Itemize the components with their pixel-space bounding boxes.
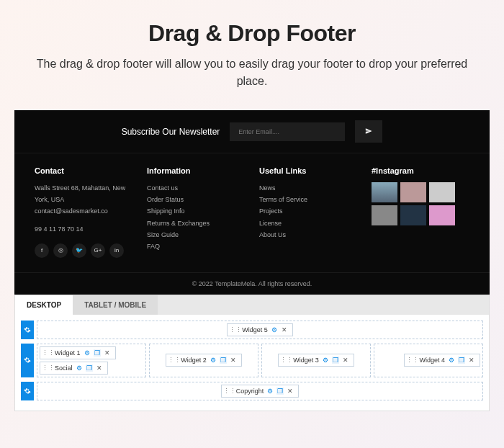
newsletter-bar: Subscribe Our Newsletter xyxy=(14,110,490,153)
widget-label: Copyright xyxy=(236,387,264,395)
row-settings-button[interactable] xyxy=(21,344,34,377)
instagram-thumb[interactable] xyxy=(429,182,455,202)
info-link[interactable]: FAQ xyxy=(147,241,245,252)
linkedin-icon[interactable]: in xyxy=(109,243,124,258)
widget-block[interactable]: ⋮⋮Widget 4⚙❐✕ xyxy=(404,354,480,367)
info-link[interactable]: Shipping Info xyxy=(147,205,245,217)
newsletter-label: Subscribe Our Newsletter xyxy=(122,127,220,137)
widget-label: Social xyxy=(55,364,73,372)
gear-icon[interactable]: ⚙ xyxy=(322,357,329,364)
widget-label: Widget 2 xyxy=(181,357,207,364)
drag-icon: ⋮⋮ xyxy=(283,357,290,364)
useful-link[interactable]: News xyxy=(259,182,357,194)
footer-builder: DESKTOP TABLET / MOBILE ⋮⋮Widget 5⚙✕ ⋮⋮W… xyxy=(14,295,490,411)
useful-link[interactable]: Projects xyxy=(259,205,357,217)
close-icon[interactable]: ✕ xyxy=(342,357,349,364)
page-subtitle: The drag & drop footer will allow you to… xyxy=(36,55,468,90)
twitter-icon[interactable]: 🐦 xyxy=(72,243,86,258)
newsletter-submit-button[interactable] xyxy=(355,120,382,143)
send-icon xyxy=(365,127,372,135)
googleplus-icon[interactable]: G+ xyxy=(91,243,105,258)
close-icon[interactable]: ✕ xyxy=(287,387,294,395)
duplicate-icon[interactable]: ❐ xyxy=(220,357,227,364)
information-heading: Information xyxy=(147,166,245,175)
drag-icon: ⋮⋮ xyxy=(226,387,233,395)
duplicate-icon[interactable]: ❐ xyxy=(276,387,284,395)
builder-row: ⋮⋮Widget 5⚙✕ xyxy=(21,321,483,339)
instagram-icon[interactable]: ◎ xyxy=(53,243,68,258)
gear-icon[interactable]: ⚙ xyxy=(266,387,274,395)
duplicate-icon[interactable]: ❐ xyxy=(458,357,465,364)
useful-heading: Useful Links xyxy=(259,166,357,175)
footer-col-useful: Useful Links News Terms of Service Proje… xyxy=(259,166,357,258)
contact-address: Walls Street 68, Mahattan, New York, USA xyxy=(35,182,132,205)
builder-cell[interactable]: ⋮⋮Widget 5⚙✕ xyxy=(37,321,483,339)
builder-cell[interactable]: ⋮⋮Copyright⚙❐✕ xyxy=(37,382,483,400)
info-link[interactable]: Order Status xyxy=(147,194,245,205)
drag-icon: ⋮⋮ xyxy=(171,357,178,364)
useful-link[interactable]: About Us xyxy=(259,229,357,241)
instagram-thumb[interactable] xyxy=(400,205,426,225)
info-link[interactable]: Contact us xyxy=(147,182,245,194)
footer-preview: Subscribe Our Newsletter Contact Walls S… xyxy=(14,110,490,295)
gear-icon[interactable]: ⚙ xyxy=(271,326,278,333)
close-icon[interactable]: ✕ xyxy=(96,364,103,372)
instagram-thumb[interactable] xyxy=(429,205,455,225)
instagram-thumb[interactable] xyxy=(400,182,426,202)
footer-col-instagram: #Instagram xyxy=(372,166,469,258)
contact-email: contact@sadesmarket.co xyxy=(35,205,132,217)
instagram-thumb[interactable] xyxy=(372,182,397,202)
useful-link[interactable]: Terms of Service xyxy=(259,194,357,205)
instagram-grid xyxy=(372,182,469,225)
widget-block[interactable]: ⋮⋮Social⚙❐✕ xyxy=(40,362,108,375)
copyright-text: © 2022 TemplateMela. All rights reserved… xyxy=(14,272,490,295)
builder-cell[interactable]: ⋮⋮Widget 2⚙❐✕ xyxy=(149,344,258,377)
page-title: Drag & Drop Footer xyxy=(36,20,468,47)
tab-mobile[interactable]: TABLET / MOBILE xyxy=(73,295,158,315)
builder-row: ⋮⋮Copyright⚙❐✕ xyxy=(21,382,483,400)
footer-col-information: Information Contact us Order Status Ship… xyxy=(147,166,245,258)
drag-icon: ⋮⋮ xyxy=(409,357,416,364)
close-icon[interactable]: ✕ xyxy=(281,326,288,333)
builder-row: ⋮⋮Widget 1⚙❐✕ ⋮⋮Social⚙❐✕ ⋮⋮Widget 2⚙❐✕ … xyxy=(21,344,483,377)
widget-block[interactable]: ⋮⋮Widget 5⚙✕ xyxy=(227,323,293,336)
builder-cell[interactable]: ⋮⋮Widget 4⚙❐✕ xyxy=(374,344,483,377)
instagram-heading: #Instagram xyxy=(372,166,469,175)
footer-col-contact: Contact Walls Street 68, Mahattan, New Y… xyxy=(35,166,132,258)
newsletter-email-input[interactable] xyxy=(230,122,345,141)
builder-cell[interactable]: ⋮⋮Widget 3⚙❐✕ xyxy=(261,344,371,377)
close-icon[interactable]: ✕ xyxy=(104,349,111,357)
widget-block[interactable]: ⋮⋮Widget 1⚙❐✕ xyxy=(40,346,116,359)
widget-block[interactable]: ⋮⋮Widget 2⚙❐✕ xyxy=(166,354,242,367)
row-settings-button[interactable] xyxy=(21,382,34,400)
tab-desktop[interactable]: DESKTOP xyxy=(15,295,73,315)
widget-label: Widget 5 xyxy=(242,326,268,333)
gear-icon[interactable]: ⚙ xyxy=(84,349,91,357)
duplicate-icon[interactable]: ❐ xyxy=(86,364,93,372)
gear-icon[interactable]: ⚙ xyxy=(76,364,83,372)
widget-label: Widget 3 xyxy=(293,357,319,364)
useful-link[interactable]: License xyxy=(259,218,357,229)
info-link[interactable]: Returns & Exchanges xyxy=(147,218,245,229)
device-tabs: DESKTOP TABLET / MOBILE xyxy=(15,295,489,315)
widget-block[interactable]: ⋮⋮Widget 3⚙❐✕ xyxy=(278,354,354,367)
widget-label: Widget 4 xyxy=(419,357,445,364)
row-settings-button[interactable] xyxy=(21,321,34,339)
contact-heading: Contact xyxy=(35,166,132,175)
duplicate-icon[interactable]: ❐ xyxy=(332,357,339,364)
info-link[interactable]: Size Guide xyxy=(147,229,245,241)
drag-icon: ⋮⋮ xyxy=(45,364,52,372)
builder-cell[interactable]: ⋮⋮Widget 1⚙❐✕ ⋮⋮Social⚙❐✕ xyxy=(37,344,146,377)
gear-icon[interactable]: ⚙ xyxy=(448,357,455,364)
facebook-icon[interactable]: f xyxy=(35,243,49,258)
duplicate-icon[interactable]: ❐ xyxy=(94,349,101,357)
close-icon[interactable]: ✕ xyxy=(468,357,475,364)
close-icon[interactable]: ✕ xyxy=(230,357,237,364)
drag-icon: ⋮⋮ xyxy=(45,349,52,357)
gear-icon[interactable]: ⚙ xyxy=(210,357,217,364)
instagram-thumb[interactable] xyxy=(372,205,397,225)
drag-icon: ⋮⋮ xyxy=(232,326,239,333)
contact-phone: 99 4 11 78 70 14 xyxy=(35,223,132,235)
widget-block[interactable]: ⋮⋮Copyright⚙❐✕ xyxy=(221,385,300,398)
widget-label: Widget 1 xyxy=(55,349,81,357)
